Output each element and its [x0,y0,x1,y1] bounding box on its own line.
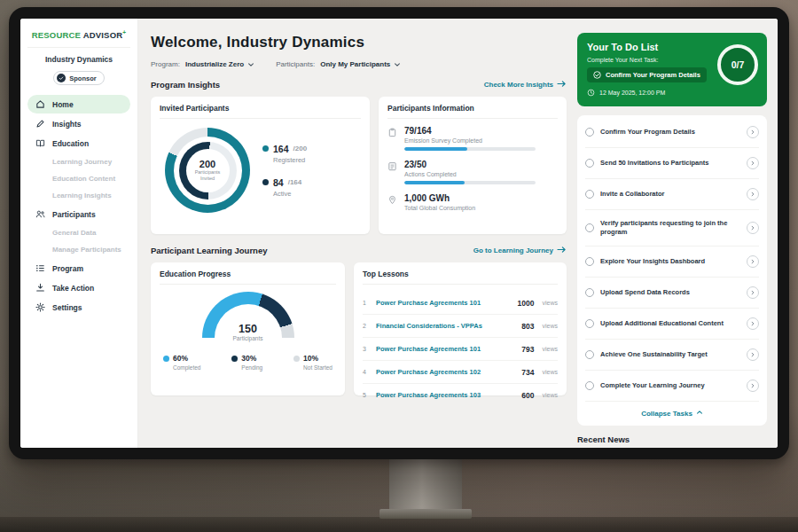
lesson-row: 1 Power Purchase Agreements 101 1000 vie… [363,292,558,315]
todo-tasks-card: Confirm Your Program Details Send 50 Inv… [577,115,767,426]
todo-progress-ring: 0/7 [717,44,758,85]
program-filter-label: Program: [151,60,180,68]
due-date: 12 May 2025, 12:00 PM [587,89,757,97]
sidebar-item-insights[interactable]: Insights [27,114,130,133]
task-row[interactable]: Complete Your Learning Journey [585,371,759,402]
sidebar-item-label: Program [52,264,83,273]
screen: RESOURCE ADVISOR+ Industry Dynamics Spon… [20,19,778,448]
monitor-stand-base [379,509,472,519]
task-checkbox[interactable] [585,159,594,168]
todo-progress-value: 0/7 [732,59,745,70]
task-row[interactable]: Achieve One Sustainability Target [585,340,759,371]
sidebar-item-learning-insights[interactable]: Learning Insights [27,187,130,204]
task-label: Confirm Your Program Details [600,128,740,137]
sidebar-item-label: Take Action [52,284,94,293]
task-row[interactable]: Explore Your Insights Dashboard [585,246,759,278]
sidebar-item-home[interactable]: Home [27,95,130,113]
desk-edge [0,517,798,532]
sidebar-nav: Home Insights Education Learning Journey… [27,94,130,317]
card-title: Invited Participants [160,104,361,119]
next-task-pill[interactable]: Confirm Your Program Details [587,67,707,82]
sidebar-item-learning-journey[interactable]: Learning Journey [27,153,130,170]
active-label: Active [273,190,307,198]
gear-icon [35,302,45,312]
lesson-link[interactable]: Power Purchase Agreements 101 [376,299,512,307]
active-value: 84 [273,177,284,188]
legend-pct: 60% [173,354,188,363]
lesson-row: 4 Power Purchase Agreements 102 734 view… [363,361,558,384]
task-open-button[interactable] [747,317,759,330]
sidebar-item-take-action[interactable]: Take Action [27,278,130,297]
lesson-views: 734 [521,368,534,377]
task-open-button[interactable] [747,222,759,234]
monitor-bezel: RESOURCE ADVISOR+ Industry Dynamics Spon… [9,7,789,459]
stat-emission-survey: 79/164 Emission Survey Completed [387,126,558,151]
task-checkbox[interactable] [585,128,594,137]
progress-bar [404,181,536,184]
section-title: Program Insights [151,80,220,90]
task-row[interactable]: Confirm Your Program Details [585,117,759,148]
lesson-row: 2 Financial Considerations - VPPAs 803 v… [363,315,558,338]
task-checkbox[interactable] [585,288,594,297]
top-lessons-card: Top Lessons 1 Power Purchase Agreements … [354,262,567,395]
task-open-button[interactable] [747,286,759,299]
sidebar-item-participants[interactable]: Participants [27,205,130,223]
sidebar-item-education[interactable]: Education [27,134,130,153]
lesson-link[interactable]: Power Purchase Agreements 101 [376,345,515,353]
lesson-link[interactable]: Power Purchase Agreements 103 [376,391,515,399]
task-checkbox[interactable] [585,190,594,199]
lesson-views: 793 [521,345,534,354]
active-total: /164 [288,178,302,186]
progress-bar [404,147,536,151]
legend-dot-pending [231,356,238,362]
task-row[interactable]: Upload Additional Educational Content [585,309,759,340]
lesson-views-unit: views [542,346,558,352]
sidebar-item-label: Participants [52,210,96,219]
sidebar-item-manage-participants[interactable]: Manage Participants [27,241,130,258]
check-more-insights-link[interactable]: Check More Insights [484,80,567,90]
task-open-button[interactable] [747,157,759,169]
program-select[interactable]: Industrialize Zero [185,60,254,68]
sidebar-item-general-data[interactable]: General Data [27,224,130,241]
legend-dot-completed [163,356,169,362]
book-icon [35,138,45,148]
clipboard-icon [387,128,397,137]
task-row[interactable]: Send 50 Invitations to Participants [585,148,759,179]
stat-value: 23/50 [404,160,536,169]
participants-select[interactable]: Only My Participants [320,60,401,68]
task-row[interactable]: Invite a Collaborator [585,179,759,210]
task-checkbox[interactable] [585,350,594,359]
task-row[interactable]: Verify participants requesting to join t… [585,210,759,246]
page-title: Welcome, Industry Dynamics [151,34,567,51]
lesson-rank: 1 [363,300,370,306]
sidebar-item-program[interactable]: Program [27,259,130,278]
task-row[interactable]: Upload Spend Data Records [585,278,759,309]
legend-pending: 30% Pending [231,354,262,371]
sidebar-item-settings[interactable]: Settings [27,298,130,317]
collapse-tasks-label: Collapse Tasks [641,410,692,418]
lesson-link[interactable]: Power Purchase Agreements 102 [376,368,515,376]
task-open-button[interactable] [747,379,759,392]
task-open-button[interactable] [747,126,759,138]
task-open-button[interactable] [747,348,759,361]
lesson-link[interactable]: Financial Considerations - VPPAs [376,322,515,330]
donut-center-value: 200 [200,159,215,169]
task-open-button[interactable] [747,255,759,268]
arrow-right-icon [557,80,567,90]
go-to-learning-journey-link[interactable]: Go to Learning Journey [473,246,567,255]
lesson-rank: 5 [363,392,370,398]
task-checkbox[interactable] [585,381,594,390]
sidebar-item-education-content[interactable]: Education Content [27,170,130,187]
task-checkbox[interactable] [585,223,594,232]
sponsor-badge[interactable]: Sponsor [53,71,104,85]
brand-name-part2: ADVISOR [83,30,123,40]
participants-select-value: Only My Participants [320,60,390,68]
lesson-views-unit: views [542,369,558,375]
task-checkbox[interactable] [585,257,594,266]
collapse-tasks-button[interactable]: Collapse Tasks [585,402,759,426]
task-open-button[interactable] [747,188,759,200]
stat-label: Emission Survey Completed [404,137,536,144]
task-checkbox[interactable] [585,319,594,328]
sidebar-item-label: Settings [52,303,82,312]
right-panel: Your To Do List Complete Your Next Task:… [577,19,778,448]
